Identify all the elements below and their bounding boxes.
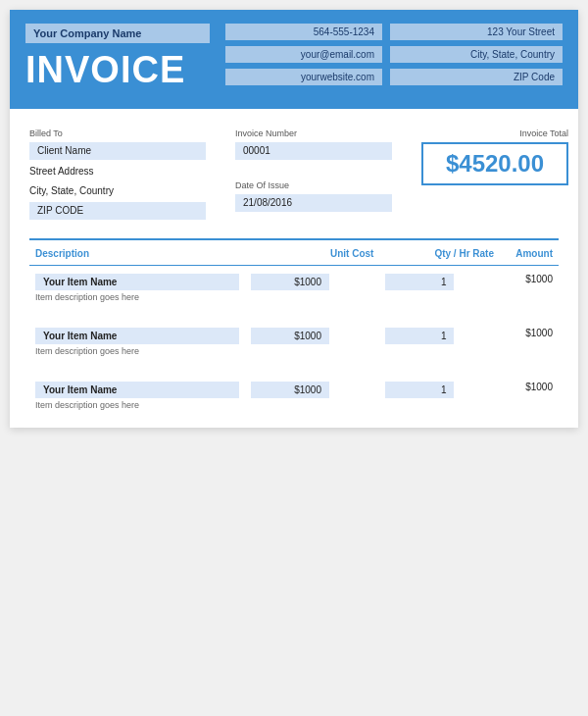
items-table: Description Unit Cost Qty / Hr Rate Amou… (29, 240, 559, 418)
item-description-cell: Your Item Name Item description goes her… (29, 266, 245, 311)
email-address: your@email.com (225, 46, 382, 63)
address-line1: 123 Your Street (390, 24, 563, 40)
date-of-issue: 21/08/2016 (235, 194, 392, 212)
col-qty-hr-rate: Qty / Hr Rate (379, 240, 500, 266)
header-middle: 564-555-1234 your@email.com yourwebsite.… (225, 10, 382, 109)
date-of-issue-label: Date Of Issue (235, 180, 392, 190)
table-header-row: Description Unit Cost Qty / Hr Rate Amou… (29, 240, 559, 266)
invoice-info-section: Invoice Number 00001 Date Of Issue 21/08… (235, 128, 392, 223)
item-description-cell: Your Item Name Item description goes her… (29, 374, 245, 418)
street-address: Street Address (29, 163, 206, 179)
item-description: Item description goes here (35, 292, 239, 308)
table-row: Your Item Name Item description goes her… (29, 320, 559, 364)
col-amount: Amount (500, 240, 559, 266)
zip-code: ZIP CODE (29, 202, 206, 220)
city-state: City, State, Country (29, 182, 206, 199)
item-name: Your Item Name (35, 274, 239, 290)
billed-to-section: Billed To Client Name Street Address Cit… (29, 128, 206, 223)
item-unit-cost: $1000 (251, 274, 329, 290)
invoice-header: Your Company Name INVOICE 564-555-1234 y… (10, 10, 578, 109)
header-right: 123 Your Street City, State, Country ZIP… (382, 10, 578, 109)
item-amount: $1000 (500, 320, 559, 364)
phone-number: 564-555-1234 (225, 24, 382, 40)
company-name: Your Company Name (25, 24, 210, 43)
item-description-cell: Your Item Name Item description goes her… (29, 320, 245, 364)
item-qty: 1 (385, 328, 454, 344)
invoice-number-label: Invoice Number (235, 128, 392, 138)
item-name: Your Item Name (35, 328, 239, 344)
address-line2: City, State, Country (390, 46, 563, 63)
website: yourwebsite.com (225, 69, 382, 85)
table-row: Your Item Name Item description goes her… (29, 374, 559, 418)
header-left: Your Company Name INVOICE (10, 10, 225, 109)
item-unit-cost: $1000 (251, 382, 329, 398)
item-name: Your Item Name (35, 382, 239, 398)
item-qty-cell: 1 (379, 320, 500, 364)
invoice-total-amount: $4520.00 (421, 142, 568, 185)
row-spacer (29, 364, 559, 374)
item-unit-cost: $1000 (251, 328, 329, 344)
item-cost-cell: $1000 (245, 374, 379, 418)
col-description: Description (29, 240, 245, 266)
col-unit-cost: Unit Cost (245, 240, 379, 266)
row-spacer (29, 310, 559, 320)
client-name: Client Name (29, 142, 206, 160)
item-qty: 1 (385, 274, 454, 290)
invoice-document: Your Company Name INVOICE 564-555-1234 y… (10, 10, 578, 428)
item-qty-cell: 1 (379, 266, 500, 311)
item-description: Item description goes here (35, 346, 239, 362)
item-amount: $1000 (500, 266, 559, 311)
billed-to-label: Billed To (29, 128, 206, 138)
billed-section: Billed To Client Name Street Address Cit… (29, 128, 559, 223)
invoice-total-section: Invoice Total $4520.00 (421, 128, 568, 223)
item-cost-cell: $1000 (245, 320, 379, 364)
item-qty-cell: 1 (379, 374, 500, 418)
address-line3: ZIP Code (390, 69, 563, 85)
invoice-total-label: Invoice Total (421, 128, 568, 138)
item-description: Item description goes here (35, 400, 239, 416)
item-qty: 1 (385, 382, 454, 398)
table-row: Your Item Name Item description goes her… (29, 266, 559, 311)
item-amount: $1000 (500, 374, 559, 418)
invoice-body: Billed To Client Name Street Address Cit… (10, 109, 578, 428)
invoice-number: 00001 (235, 142, 392, 160)
invoice-title: INVOICE (25, 49, 210, 99)
item-cost-cell: $1000 (245, 266, 379, 311)
